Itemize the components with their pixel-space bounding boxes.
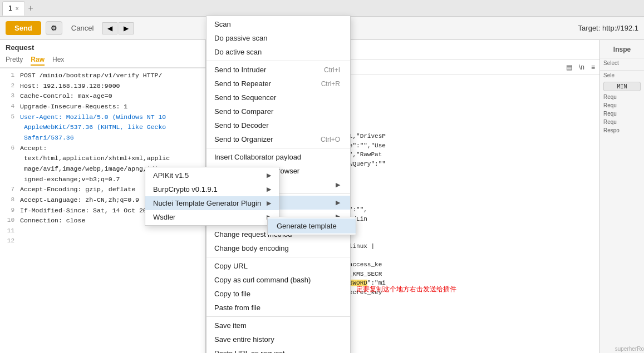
resp-icon-2: \n xyxy=(579,63,584,71)
tab-pretty[interactable]: Pretty xyxy=(6,56,23,66)
target-label: Target: http://192.1 xyxy=(578,24,638,32)
submenu-apikit[interactable]: APIKit v1.5 ▶ xyxy=(145,168,279,182)
inspector-row-5: Respo xyxy=(600,126,644,135)
menu-passive-scan[interactable]: Do passive scan xyxy=(207,31,350,45)
menu-change-body-encoding[interactable]: Change body encoding xyxy=(207,241,350,255)
submenu-wsdler[interactable]: Wsdler ▶ xyxy=(145,210,279,224)
menu-active-scan[interactable]: Do active scan xyxy=(207,45,350,59)
line: 1POST /minio/bootstrap/v1/verify HTTP/ xyxy=(0,71,205,81)
menu-divider-2 xyxy=(207,148,350,148)
submenu-generate-template[interactable]: Generate template xyxy=(268,218,356,233)
menu-copy-to-file[interactable]: Copy to file xyxy=(207,287,350,301)
line: 2Host: 192.168.139.128:9000 xyxy=(0,81,205,92)
request-tab-row: Pretty Raw Hex xyxy=(0,53,205,68)
resp-icon-1: ▤ xyxy=(566,63,572,71)
line: 11 xyxy=(0,226,205,236)
menu-paste-from-file[interactable]: Paste from file xyxy=(207,301,350,315)
resp-icon-3: ≡ xyxy=(591,63,595,71)
add-tab-button[interactable]: + xyxy=(25,3,37,13)
inspector-badge: MIN xyxy=(603,82,641,91)
menu-save-history[interactable]: Save entire history xyxy=(207,332,350,346)
tab-close-icon[interactable]: × xyxy=(16,6,19,12)
menu-scan[interactable]: Scan xyxy=(207,17,350,31)
tab-1[interactable]: 1 × xyxy=(2,1,25,16)
main-content: Request Pretty Raw Hex 1POST /minio/boot… xyxy=(0,40,644,353)
inspector-panel: Inspe Select Sele MIN Requ Requ Requ Req… xyxy=(599,40,644,353)
tab-raw[interactable]: Raw xyxy=(31,56,45,66)
line: 4Upgrade-Insecure-Requests: 1 xyxy=(0,102,205,112)
inspector-row-3: Requ xyxy=(600,110,644,118)
tab-label: 1 xyxy=(8,4,12,12)
line: 12 xyxy=(0,236,205,246)
menu-send-decoder[interactable]: Send to Decoder xyxy=(207,118,350,132)
line: Safari/537.36 xyxy=(0,133,205,143)
back-button[interactable]: ◀ xyxy=(102,22,117,34)
forward-button[interactable]: ▶ xyxy=(119,22,134,34)
inspector-select-label: Select xyxy=(600,58,644,68)
tab-hex[interactable]: Hex xyxy=(52,56,64,66)
line: 6Accept: xyxy=(0,143,205,154)
request-title: Request xyxy=(0,40,205,53)
menu-copy-curl[interactable]: Copy as curl command (bash) xyxy=(207,273,350,287)
line: 5User-Agent: Mozilla/5.0 (Windows NT 10 xyxy=(0,112,205,123)
submenu-burpcrypto[interactable]: BurpCrypto v0.1.9.1 ▶ xyxy=(145,182,279,196)
menu-divider-5 xyxy=(207,257,350,257)
inspector-row-2: Requ xyxy=(600,101,644,110)
generate-submenu: Generate template xyxy=(267,217,356,235)
cancel-button[interactable]: Cancel xyxy=(67,22,98,34)
inspector-select-label2: Sele xyxy=(600,70,644,80)
menu-collaborator[interactable]: Insert Collaborator payload xyxy=(207,150,350,164)
menu-send-repeater[interactable]: Send to Repeater Ctrl+R xyxy=(207,77,350,91)
tab-bar: 1 × + xyxy=(0,0,644,17)
menu-send-organizer[interactable]: Send to Organizer Ctrl+O xyxy=(207,132,350,146)
line: text/html,application/xhtml+xml,applic xyxy=(0,153,205,164)
inspector-title: Inspe xyxy=(600,43,644,56)
line: AppleWebKit/537.36 (KHTML, like Gecko xyxy=(0,122,205,133)
menu-divider-1 xyxy=(207,61,350,61)
menu-send-sequencer[interactable]: Send to Sequencer xyxy=(207,91,350,105)
send-button[interactable]: Send xyxy=(6,21,41,35)
menu-divider-6 xyxy=(207,316,350,317)
settings-button[interactable]: ⚙ xyxy=(46,21,62,35)
menu-copy-url[interactable]: Copy URL xyxy=(207,259,350,273)
extensions-submenu: APIKit v1.5 ▶ BurpCrypto v0.1.9.1 ▶ Nucl… xyxy=(145,167,279,226)
menu-send-intruder[interactable]: Send to Intruder Ctrl+I xyxy=(207,63,350,77)
watermark: superherRo xyxy=(615,346,644,352)
menu-save-item[interactable]: Save item xyxy=(207,319,350,332)
inspector-row-1: Requ xyxy=(600,93,644,101)
nav-buttons: ◀ ▶ xyxy=(102,22,134,34)
menu-send-comparer[interactable]: Send to Comparer xyxy=(207,105,350,118)
line: 3Cache-Control: max-age=0 xyxy=(0,91,205,102)
inspector-row-4: Requ xyxy=(600,118,644,126)
menu-paste-url[interactable]: Paste URL as request xyxy=(207,346,350,353)
submenu-nuclei[interactable]: Nuclei Template Generator Plugin ▶ xyxy=(145,196,279,210)
